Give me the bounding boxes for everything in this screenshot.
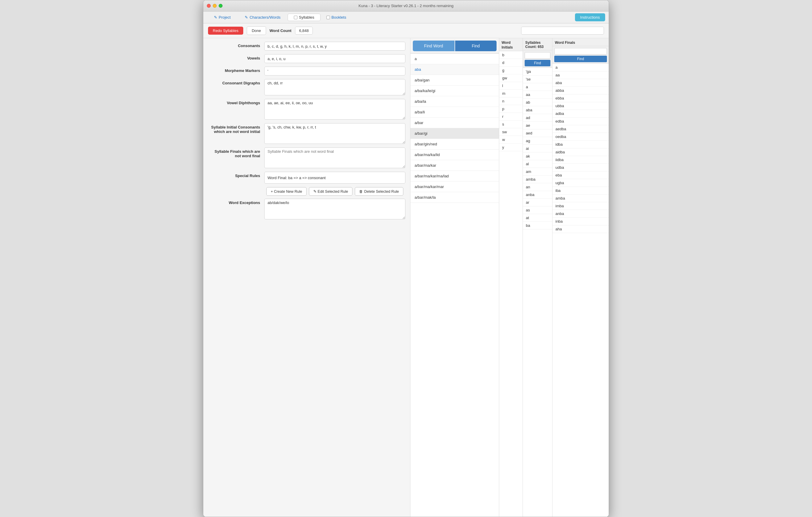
word-finals-list-item[interactable]: iidba <box>552 156 609 164</box>
word-finals-list-item[interactable]: ugba <box>552 179 609 187</box>
delete-rule-button[interactable]: 🗑 Delete Selected Rule <box>355 187 403 196</box>
nav-syllables[interactable]: Syllables <box>288 13 320 21</box>
find-button[interactable]: Find <box>455 40 497 51</box>
word-exceptions-textarea[interactable]: ab/dak/we/lo <box>264 199 405 219</box>
syllables-list-item[interactable]: amba <box>523 175 552 183</box>
consonant-digraphs-textarea[interactable]: ch, dd, rr <box>264 79 405 96</box>
word-finals-list-item[interactable]: aa <box>552 71 609 79</box>
nav-booklets[interactable]: Booklets <box>320 13 352 21</box>
syllables-list-item[interactable]: 'ga <box>523 68 552 76</box>
word-list-item[interactable]: a/bar/mak/la <box>410 192 499 203</box>
vowels-input[interactable] <box>264 54 405 63</box>
done-button[interactable]: Done <box>247 26 266 35</box>
word-list-item[interactable]: a <box>410 54 499 64</box>
word-list-item[interactable]: a/bar/gi <box>410 128 499 139</box>
syllables-list-item[interactable]: aba <box>523 106 552 114</box>
word-initials-item[interactable]: l <box>499 82 523 90</box>
word-initials-item[interactable]: s <box>499 120 523 128</box>
syllables-list-item[interactable]: ad <box>523 114 552 122</box>
syllables-list-item[interactable]: ag <box>523 137 552 145</box>
syllables-list-item[interactable]: ab <box>523 99 552 106</box>
word-list-item[interactable]: a/ba/gan <box>410 75 499 86</box>
syllables-list-item[interactable]: as <box>523 207 552 214</box>
word-finals-list-item[interactable]: eba <box>552 171 609 179</box>
word-initials-item[interactable]: g <box>499 66 523 74</box>
word-finals-list-item[interactable]: oedba <box>552 133 609 141</box>
create-rule-button[interactable]: + Create New Rule <box>266 187 307 196</box>
word-finals-list-item[interactable]: aidba <box>552 148 609 156</box>
instructions-button[interactable]: Instructions <box>575 13 605 21</box>
word-list-item[interactable]: aba <box>410 64 499 75</box>
syllables-list-item[interactable]: ae <box>523 122 552 129</box>
word-finals-list-item[interactable]: idba <box>552 141 609 148</box>
morpheme-markers-input[interactable] <box>264 66 405 76</box>
word-initials-item[interactable]: w <box>499 136 523 144</box>
word-initials-item[interactable]: gw <box>499 74 523 82</box>
word-finals-list-item[interactable]: edba <box>552 117 609 125</box>
word-finals-list-item[interactable]: abba <box>552 87 609 94</box>
word-finals-find-input[interactable] <box>554 48 607 54</box>
syllable-initial-textarea[interactable]: 'g, 's, ch, chw, k, kw, p, r, rr, t <box>264 123 405 144</box>
maximize-button[interactable] <box>219 4 223 8</box>
word-finals-list-item[interactable]: aba <box>552 79 609 87</box>
syllables-list-item[interactable]: at <box>523 214 552 222</box>
word-list-item[interactable]: a/ba/la <box>410 96 499 107</box>
syllables-list-item[interactable]: ai <box>523 145 552 153</box>
syllables-list-item[interactable]: aed <box>523 129 552 137</box>
word-initials-item[interactable]: b <box>499 51 523 59</box>
syllables-list-item[interactable]: al <box>523 160 552 168</box>
word-initials-item[interactable]: m <box>499 90 523 98</box>
search-input[interactable] <box>521 27 604 35</box>
word-list-item[interactable]: a/ba/li <box>410 107 499 117</box>
word-finals-list-item[interactable]: iba <box>552 187 609 194</box>
word-list-item[interactable]: a/bar/ma/ka/lid <box>410 149 499 160</box>
word-list-item[interactable]: a/bar <box>410 117 499 128</box>
close-button[interactable] <box>207 4 211 8</box>
syllables-find-input[interactable] <box>525 52 550 59</box>
word-initials-item[interactable]: d <box>499 59 523 66</box>
word-finals-list-item[interactable]: imba <box>552 202 609 210</box>
word-initials-item[interactable]: r <box>499 113 523 120</box>
word-finals-list-item[interactable]: ebba <box>552 94 609 102</box>
minimize-button[interactable] <box>213 4 216 8</box>
word-list-item[interactable]: a/bar/ma/kar/mar <box>410 182 499 192</box>
syllable-finals-textarea[interactable] <box>264 147 405 168</box>
word-initials-item[interactable]: y <box>499 144 523 151</box>
word-list-item[interactable]: a/bar/ma/kar <box>410 160 499 171</box>
syllables-find-button[interactable]: Find <box>525 60 550 66</box>
redo-syllables-button[interactable]: Redo Syllables <box>208 27 243 35</box>
syllables-list-item[interactable]: anba <box>523 191 552 199</box>
find-word-button[interactable]: Find Word <box>413 40 455 51</box>
word-initials-item[interactable]: p <box>499 105 523 113</box>
word-finals-list-item[interactable]: amba <box>552 194 609 202</box>
vowel-diphthongs-textarea[interactable]: aa, ae, ai, ee, ii, oe, oo, uu <box>264 99 405 119</box>
word-finals-list-item[interactable]: adba <box>552 110 609 117</box>
syllables-list-item[interactable]: am <box>523 168 552 175</box>
consonants-input[interactable] <box>264 42 405 51</box>
word-finals-list-item[interactable]: anba <box>552 210 609 218</box>
project-icon: ✎ <box>214 15 217 20</box>
syllables-list-item[interactable]: a <box>523 83 552 91</box>
word-finals-list-item[interactable]: inba <box>552 218 609 225</box>
titlebar: Kuna - 3 - Literacy Starter v0.26.1 - 2 … <box>203 0 609 11</box>
edit-rule-button[interactable]: ✎ Edit Selected Rule <box>309 187 352 196</box>
syllables-list-item[interactable]: ba <box>523 222 552 229</box>
word-finals-list-item[interactable]: udba <box>552 164 609 171</box>
word-finals-find-button[interactable]: Find <box>554 56 607 62</box>
nav-project[interactable]: ✎ Project <box>207 13 238 21</box>
syllables-list-item[interactable]: an <box>523 183 552 191</box>
word-finals-list-item[interactable]: aha <box>552 225 609 233</box>
syllables-list-item[interactable]: ak <box>523 153 552 160</box>
word-finals-list-item[interactable]: aedba <box>552 125 609 133</box>
syllables-list-item[interactable]: 'se <box>523 76 552 83</box>
word-list-item[interactable]: a/bar/gin/ned <box>410 139 499 149</box>
syllables-list-item[interactable]: ar <box>523 199 552 207</box>
nav-characters-words[interactable]: ✎ Characters/Words <box>238 13 288 21</box>
word-initials-item[interactable]: sw <box>499 128 523 136</box>
word-finals-list-item[interactable]: a <box>552 64 609 71</box>
word-initials-item[interactable]: n <box>499 98 523 105</box>
word-list-item[interactable]: a/bar/ma/kar/ma/lad <box>410 171 499 182</box>
word-finals-list-item[interactable]: ubba <box>552 102 609 110</box>
word-list-item[interactable]: a/ba/ka/le/gi <box>410 86 499 96</box>
syllables-list-item[interactable]: aa <box>523 91 552 99</box>
